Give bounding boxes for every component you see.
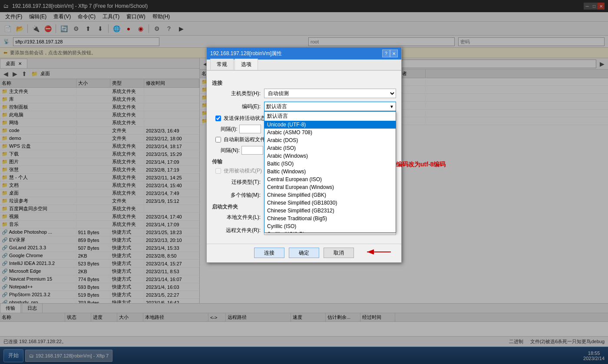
dialog-close-btn[interactable]: ✕ [390, 50, 398, 57]
dropdown-item-arabic_asmo[interactable]: Arabic (ASMO 708) [264, 129, 396, 136]
dropdown-item-arabic_win[interactable]: Arabic (Windows) [264, 152, 396, 160]
dropdown-item-arabic_dos[interactable]: Arabic (DOS) [264, 136, 396, 144]
host-type-select[interactable]: 自动侦测 [264, 89, 396, 98]
encoding-value: 默认语言 [266, 103, 390, 110]
dropdown-item-default[interactable]: 默认语言 [264, 112, 396, 121]
dropdown-item-cyrillic_koi8r[interactable]: Cyrillic (KOI8-R) [264, 230, 396, 233]
dialog-tab-general[interactable]: 常规 [210, 59, 234, 70]
keepalive-checkbox[interactable] [215, 116, 221, 121]
keepalive-interval-input[interactable] [239, 125, 261, 133]
dialog-tab-options[interactable]: 选项 [235, 59, 258, 70]
remote-folder-label: 远程文件夹(R): [212, 227, 264, 234]
ok-button[interactable]: 确定 [289, 248, 319, 258]
multi-transfer-label: 多个传输(M): [212, 192, 264, 199]
dialog-overlay: 192.168.197.128[robinVm]属性 ? ✕ 常规 选项 连接 … [0, 0, 608, 364]
migration-label: 迁移类型(T): [212, 179, 264, 186]
dropdown-item-central_win[interactable]: Central European (Windows) [264, 183, 396, 191]
passive-checkbox[interactable] [215, 168, 221, 174]
dropdown-item-chinese_gb2312[interactable]: Chinese Simplified (GB2312) [264, 207, 396, 215]
dialog-tab-bar: 常规 选项 [207, 60, 401, 71]
interval-label: 间隔(I): [221, 126, 238, 133]
encoding-label: 编码(E): [212, 103, 264, 110]
dialog-title-bar: 192.168.197.128[robinVm]属性 ? ✕ [207, 47, 401, 60]
dropdown-arrow-icon: ▼ [390, 104, 394, 109]
dropdown-item-baltic_win[interactable]: Baltic (Windows) [264, 168, 396, 175]
connect-button[interactable]: 连接 [254, 248, 284, 258]
connection-section: 连接 主机类型(H): 自动侦测 编码(E): 默认语言 [212, 79, 396, 155]
encoding-group: 编码(E): 默认语言 ▼ 默认语言Unicode (UTF-8)Arabic … [212, 102, 396, 111]
dropdown-item-central_iso[interactable]: Central European (ISO) [264, 175, 396, 183]
passive-label: 使用被动模式(P) [224, 167, 262, 175]
local-folder-label: 本地文件夹(L): [212, 214, 264, 221]
dropdown-item-cyrillic_iso[interactable]: Cyrillic (ISO) [264, 222, 396, 230]
dialog-help-btn[interactable]: ? [382, 50, 390, 57]
dropdown-item-chinese_trad[interactable]: Chinese Traditional (Big5) [264, 215, 396, 222]
autorefresh-interval-label: 间隔(N): [221, 147, 240, 154]
encoding-dropdown-trigger[interactable]: 默认语言 ▼ [264, 102, 396, 111]
properties-dialog: 192.168.197.128[robinVm]属性 ? ✕ 常规 选项 连接 … [206, 47, 402, 263]
host-type-label: 主机类型(H): [212, 90, 264, 97]
dropdown-item-chinese_gb18030[interactable]: Chinese Simplified (GB18030) [264, 199, 396, 207]
dialog-title-text: 192.168.197.128[robinVm]属性 [210, 50, 382, 57]
dropdown-item-baltic_iso[interactable]: Baltic (ISO) [264, 160, 396, 168]
autorefresh-checkbox[interactable] [215, 137, 221, 142]
cancel-button[interactable]: 取消 [324, 248, 354, 258]
dialog-body: 连接 主机类型(H): 自动侦测 编码(E): 默认语言 [207, 71, 401, 244]
encoding-dropdown-list[interactable]: 默认语言Unicode (UTF-8)Arabic (ASMO 708)Arab… [264, 111, 396, 233]
autorefresh-interval-input[interactable] [241, 146, 263, 155]
dialog-footer: 连接 确定 取消 [207, 244, 401, 262]
encoding-dropdown-container: 默认语言 ▼ 默认语言Unicode (UTF-8)Arabic (ASMO 7… [264, 102, 396, 111]
dropdown-item-utf8[interactable]: Unicode (UTF-8) [264, 121, 396, 129]
host-type-group: 主机类型(H): 自动侦测 [212, 89, 396, 98]
dropdown-item-chinese_gbk[interactable]: Chinese Simplified (GBK) [264, 191, 396, 199]
connection-label: 连接 [212, 79, 396, 87]
dropdown-item-arabic_iso[interactable]: Arabic (ISO) [264, 144, 396, 152]
